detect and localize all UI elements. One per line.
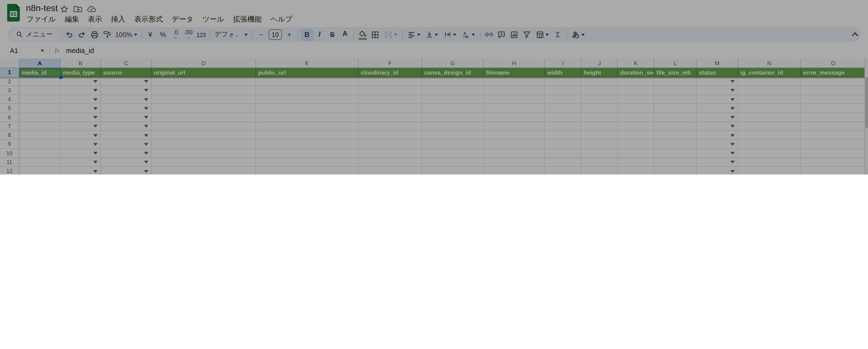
spreadsheet-app: n8n-test ファイル編集表示挿入表示形式データツール拡張機能ヘルプ メニュ… — [0, 0, 868, 175]
modal-scrim — [0, 0, 868, 175]
